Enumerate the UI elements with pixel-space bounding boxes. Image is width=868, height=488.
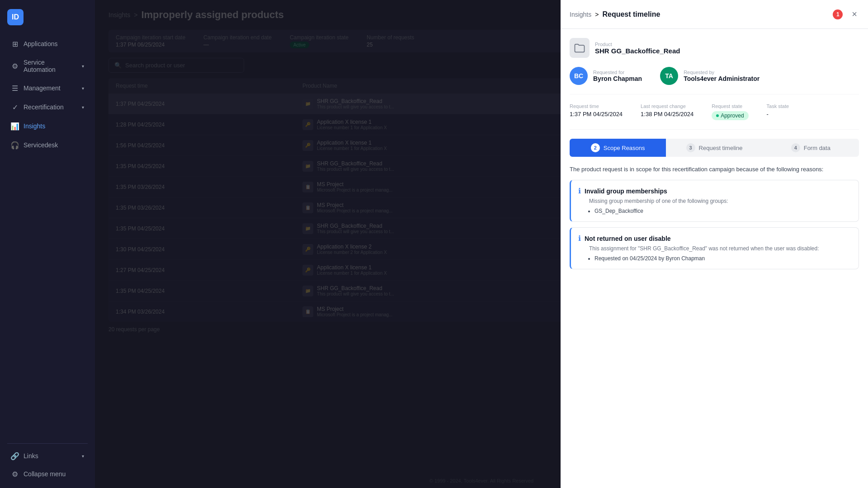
status-text: Approved	[721, 113, 744, 119]
sidebar-item-service-automation[interactable]: ⚙ Service Automation ▾	[4, 54, 91, 78]
panel-breadcrumb: Insights > Request timeline	[570, 10, 660, 19]
sidebar-item-servicedesk[interactable]: 🎧 Servicedesk	[4, 136, 91, 154]
product-folder-icon	[570, 38, 590, 58]
reason-header-not-returned: ℹ Not returned on user disable	[578, 234, 851, 243]
chevron-icon: ▾	[82, 105, 84, 110]
product-section: Product SHR GG_Backoffice_Read	[570, 38, 859, 58]
applications-icon: ⊞	[11, 40, 19, 48]
panel-header: Insights > Request timeline 1 ×	[561, 0, 868, 29]
reason-list-not-returned: Requested on 04/25/2024 by Byron Chapman	[578, 255, 851, 262]
requested-by-name: Tools4ever Administrator	[684, 75, 760, 82]
requested-for-item: BC Requested for Byron Chapman	[570, 67, 642, 85]
chevron-icon: ▾	[82, 64, 84, 69]
last-change-label: Last request change	[641, 103, 693, 109]
sidebar-item-recertification[interactable]: ✓ Recertification ▾	[4, 99, 91, 116]
panel-body: Product SHR GG_Backoffice_Read BC Reques…	[561, 29, 868, 488]
service-automation-icon: ⚙	[11, 62, 19, 70]
product-label: Product	[595, 42, 680, 47]
management-icon: ☰	[11, 84, 19, 92]
list-item: Requested on 04/25/2024 by Byron Chapman	[594, 255, 851, 262]
sidebar-bottom: 🔗 Links ▾ ⚙ Collapse menu	[0, 440, 95, 483]
reason-header-invalid-group: ℹ Invalid group memberships	[578, 187, 851, 195]
sidebar-label-links: Links	[24, 452, 38, 460]
insights-icon: 📊	[11, 122, 19, 130]
chevron-icon: ▾	[82, 454, 84, 459]
tab-scope-reasons[interactable]: 2 Scope Reasons	[570, 139, 666, 157]
reason-title-not-returned: Not returned on user disable	[585, 235, 671, 242]
sidebar-label-applications: Applications	[24, 40, 58, 47]
reason-desc-invalid-group: Missing group membership of one of the f…	[578, 198, 851, 204]
requested-by-item: TA Requested by Tools4ever Administrator	[660, 67, 760, 85]
app-logo: ID	[7, 9, 24, 25]
sidebar-item-insights[interactable]: 📊 Insights	[4, 117, 91, 135]
avatar-ta: TA	[660, 67, 678, 85]
collapse-icon: ⚙	[11, 470, 19, 478]
recertification-icon: ✓	[11, 103, 19, 111]
reason-desc-not-returned: This assignment for "SHR GG_Backoffice_R…	[578, 245, 851, 252]
task-state-item: Task state -	[767, 103, 789, 117]
reason-card-invalid-group: ℹ Invalid group memberships Missing grou…	[570, 180, 859, 222]
request-time-item: Request time 1:37 PM 04/25/2024	[570, 103, 623, 117]
meta-row: Request time 1:37 PM 04/25/2024 Last req…	[570, 103, 859, 130]
requested-for-info: Requested for Byron Chapman	[593, 70, 642, 82]
tab-label-form-data: Form data	[804, 145, 830, 151]
avatar-bc: BC	[570, 67, 588, 85]
panel-header-right: 1 ×	[833, 7, 859, 21]
sidebar-label-management: Management	[24, 84, 61, 92]
sidebar-label-recertification: Recertification	[24, 103, 64, 111]
header-badge: 1	[833, 9, 843, 19]
requested-row: BC Requested for Byron Chapman TA Reques…	[570, 67, 859, 94]
tab-label-scope-reasons: Scope Reasons	[604, 145, 645, 151]
sidebar: ID ⊞ Applications ⚙ Service Automation ▾…	[0, 0, 95, 488]
request-state-label: Request state	[712, 103, 748, 109]
reason-list-invalid-group: GS_Dep_Backoffice	[578, 208, 851, 214]
detail-panel: Insights > Request timeline 1 × Product	[561, 0, 868, 488]
panel-title: Request timeline	[602, 10, 660, 19]
info-icon: ℹ	[578, 234, 581, 243]
chevron-icon: ▾	[82, 86, 84, 91]
tab-number-2: 2	[591, 143, 600, 152]
sidebar-label-insights: Insights	[24, 122, 45, 130]
divider	[7, 443, 88, 444]
links-icon: 🔗	[11, 452, 19, 460]
tab-request-timeline[interactable]: 3 Request timeline	[666, 139, 762, 157]
tab-form-data[interactable]: 4 Form data	[763, 139, 859, 157]
product-info: Product SHR GG_Backoffice_Read	[595, 42, 680, 55]
sidebar-item-management[interactable]: ☰ Management ▾	[4, 80, 91, 97]
sidebar-label-service-automation: Service Automation	[24, 59, 77, 73]
sidebar-label-servicedesk: Servicedesk	[24, 141, 58, 149]
requested-for-label: Requested for	[593, 70, 642, 75]
requested-by-label: Requested by	[684, 70, 760, 75]
tab-label-request-timeline: Request timeline	[699, 145, 743, 151]
main-area: Insights > Improperly assigned products …	[95, 0, 868, 488]
sidebar-item-links[interactable]: 🔗 Links ▾	[4, 447, 91, 465]
request-time-label: Request time	[570, 103, 623, 109]
requested-by-info: Requested by Tools4ever Administrator	[684, 70, 760, 82]
panel-breadcrumb-insights[interactable]: Insights	[570, 11, 591, 18]
tabs-row: 2 Scope Reasons 3 Request timeline 4 For…	[570, 139, 859, 157]
task-state-label: Task state	[767, 103, 789, 109]
tab-number-4: 4	[791, 143, 800, 152]
tab-number-3: 3	[686, 143, 695, 152]
scope-intro: The product request is in scope for this…	[570, 166, 859, 173]
request-time-value: 1:37 PM 04/25/2024	[570, 111, 623, 117]
sidebar-label-collapse: Collapse menu	[24, 470, 66, 478]
sidebar-item-applications[interactable]: ⊞ Applications	[4, 35, 91, 52]
request-state-item: Request state Approved	[712, 103, 748, 120]
status-badge: Approved	[712, 111, 748, 120]
reason-title-invalid-group: Invalid group memberships	[585, 188, 667, 195]
close-button[interactable]: ×	[850, 7, 859, 21]
last-change-value: 1:38 PM 04/25/2024	[641, 111, 693, 117]
task-state-value: -	[767, 111, 789, 117]
info-icon: ℹ	[578, 187, 581, 195]
product-name-main: SHR GG_Backoffice_Read	[595, 47, 680, 55]
sidebar-item-collapse[interactable]: ⚙ Collapse menu	[4, 465, 91, 483]
panel-breadcrumb-separator: >	[595, 11, 599, 18]
reason-card-not-returned: ℹ Not returned on user disable This assi…	[570, 227, 859, 269]
last-change-item: Last request change 1:38 PM 04/25/2024	[641, 103, 693, 117]
servicedesk-icon: 🎧	[11, 141, 19, 149]
status-dot	[716, 114, 719, 117]
requested-for-name: Byron Chapman	[593, 75, 642, 82]
list-item: GS_Dep_Backoffice	[594, 208, 851, 214]
